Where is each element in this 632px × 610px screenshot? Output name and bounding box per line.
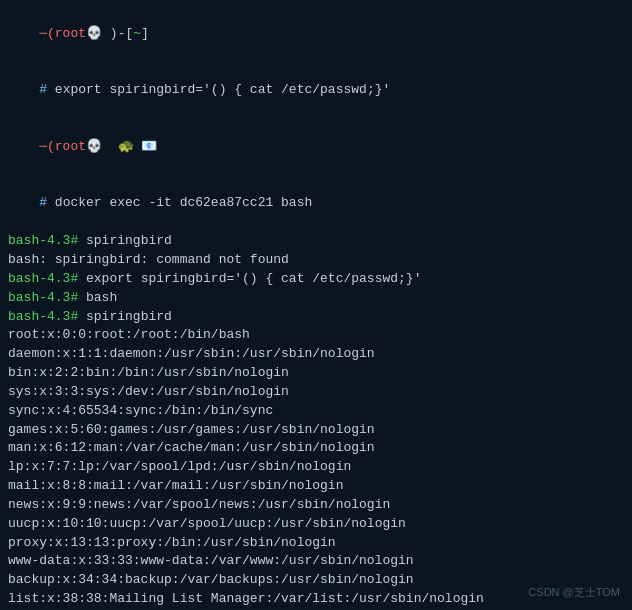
line-bash-cmd: bash-4.3# bash bbox=[8, 289, 624, 308]
passwd-lp: lp:x:7:7:lp:/var/spool/lpd:/usr/sbin/nol… bbox=[8, 458, 624, 477]
watermark: CSDN @芝士TOM bbox=[528, 585, 620, 600]
line-docker: # docker exec -it dc62ea87cc21 bash bbox=[8, 176, 624, 233]
passwd-daemon: daemon:x:1:1:daemon:/usr/sbin:/usr/sbin/… bbox=[8, 345, 624, 364]
bash-prompt-3: bash-4.3# bbox=[8, 290, 78, 305]
prompt-bracket-1: )-[ bbox=[110, 26, 133, 41]
bash-cmd-2: export spiringbird='() { cat /etc/passwd… bbox=[78, 271, 421, 286]
prompt-host-2 bbox=[102, 139, 110, 154]
prompt-host-1 bbox=[102, 26, 110, 41]
skull-2: 💀 bbox=[86, 139, 102, 154]
passwd-proxy: proxy:x:13:13:proxy:/bin:/usr/sbin/nolog… bbox=[8, 534, 624, 553]
passwd-mail: mail:x:8:8:mail:/var/mail:/usr/sbin/nolo… bbox=[8, 477, 624, 496]
cmd-export-1: export spiringbird='() { cat /etc/passwd… bbox=[55, 82, 390, 97]
passwd-bin: bin:x:2:2:bin:/bin:/usr/sbin/nologin bbox=[8, 364, 624, 383]
bash-prompt-1: bash-4.3# bbox=[8, 233, 78, 248]
passwd-games: games:x:5:60:games:/usr/games:/usr/sbin/… bbox=[8, 421, 624, 440]
passwd-www: www-data:x:33:33:www-data:/var/www:/usr/… bbox=[8, 552, 624, 571]
line-spiringbird: bash-4.3# spiringbird bbox=[8, 308, 624, 327]
cmd-docker: docker exec -it dc62ea87cc21 bash bbox=[55, 195, 312, 210]
bash-cmd-4: spiringbird bbox=[78, 309, 172, 324]
prompt-root-2: ─(root bbox=[39, 139, 86, 154]
passwd-man: man:x:6:12:man:/var/cache/man:/usr/sbin/… bbox=[8, 439, 624, 458]
passwd-sync: sync:x:4:65534:sync:/bin:/bin/sync bbox=[8, 402, 624, 421]
prompt-dir-1: ~ bbox=[133, 26, 141, 41]
line-bash-prompt-1: bash-4.3# spiringbird bbox=[8, 232, 624, 251]
bash-cmd-1: spiringbird bbox=[78, 233, 172, 248]
skull-1: 💀 bbox=[86, 26, 102, 41]
hash-1: # bbox=[39, 82, 55, 97]
terminal-window: ─(root💀 )-[~] # export spiringbird='() {… bbox=[0, 0, 632, 610]
line-export1: # export spiringbird='() { cat /etc/pass… bbox=[8, 63, 624, 120]
passwd-root: root:x:0:0:root:/root:/bin/bash bbox=[8, 326, 624, 345]
passwd-uucp: uucp:x:10:10:uucp:/var/spool/uucp:/usr/s… bbox=[8, 515, 624, 534]
bash-prompt-4: bash-4.3# bbox=[8, 309, 78, 324]
line-2: ─(root💀 🐢 📧 bbox=[8, 119, 624, 176]
bash-prompt-2: bash-4.3# bbox=[8, 271, 78, 286]
line-1: ─(root💀 )-[~] bbox=[8, 6, 624, 63]
passwd-sys: sys:x:3:3:sys:/dev:/usr/sbin/nologin bbox=[8, 383, 624, 402]
line-export2: bash-4.3# export spiringbird='() { cat /… bbox=[8, 270, 624, 289]
prompt-icons-2: 🐢 📧 bbox=[110, 139, 158, 154]
bash-cmd-3: bash bbox=[78, 290, 117, 305]
prompt-bracket-close-1: ] bbox=[141, 26, 149, 41]
passwd-news: news:x:9:9:news:/var/spool/news:/usr/sbi… bbox=[8, 496, 624, 515]
hash-2: # bbox=[39, 195, 55, 210]
line-not-found: bash: spiringbird: command not found bbox=[8, 251, 624, 270]
prompt-root-1: ─(root bbox=[39, 26, 86, 41]
not-found-text: bash: spiringbird: command not found bbox=[8, 252, 289, 267]
